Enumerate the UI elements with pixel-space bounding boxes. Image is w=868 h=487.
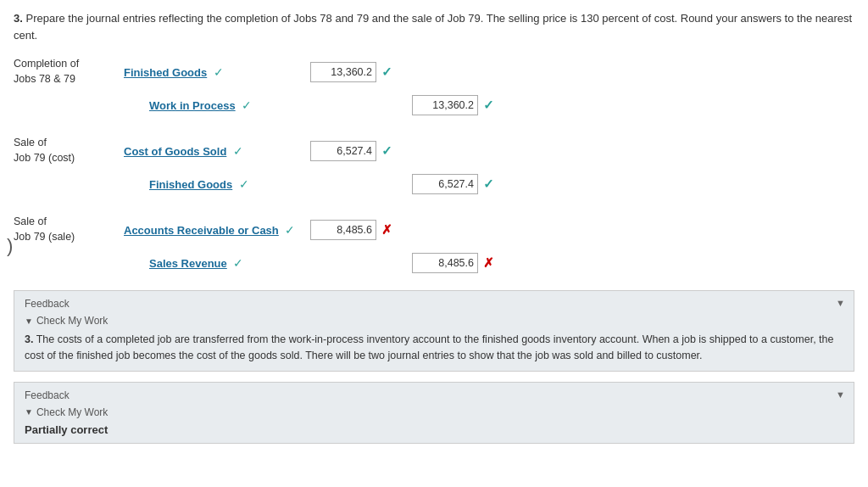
- section-sale-sale: ) Sale ofJob 79 (sale) Accounts Receivab…: [14, 215, 854, 277]
- question-number: 3.: [14, 12, 23, 25]
- feedback-label-2: Feedback: [25, 389, 843, 401]
- debit-input[interactable]: [310, 220, 376, 240]
- entry-row: Sale ofJob 79 (cost) Cost of Goods Sold …: [14, 136, 854, 165]
- section-label: Sale ofJob 79 (sale): [14, 215, 124, 244]
- section-sale-cost: Sale ofJob 79 (cost) Cost of Goods Sold …: [14, 136, 854, 198]
- check-my-work-1[interactable]: ▼ Check My Work: [25, 315, 843, 327]
- entry-row: Sale ofJob 79 (sale) Accounts Receivable…: [14, 215, 854, 244]
- feedback-label-1: Feedback: [25, 298, 843, 310]
- dropdown-arrow-icon[interactable]: ▼: [836, 298, 845, 308]
- credit-cell: ✗: [412, 253, 514, 273]
- dropdown-arrow-icon-2[interactable]: ▼: [836, 389, 845, 400]
- account-check: ✓: [285, 223, 295, 237]
- triangle-icon-2: ▼: [25, 407, 33, 417]
- account-check: ✓: [214, 65, 224, 79]
- account-name: Accounts Receivable or Cash ✓: [124, 223, 310, 237]
- entry-row: Finished Goods ✓ ✓: [14, 171, 854, 198]
- debit-input[interactable]: [310, 141, 376, 161]
- triangle-icon: ▼: [25, 316, 33, 326]
- debit-input[interactable]: [310, 62, 376, 82]
- feedback-box-2: Feedback ▼ ▼ Check My Work Partially cor…: [14, 382, 854, 444]
- account-name: Cost of Goods Sold ✓: [124, 144, 310, 158]
- journal-table: Completion ofJobs 78 & 79 Finished Goods…: [14, 57, 854, 277]
- account-check: ✓: [242, 98, 252, 112]
- credit-status-icon: ✓: [483, 98, 494, 113]
- debit-status-icon: ✗: [381, 222, 392, 238]
- credit-input[interactable]: [412, 253, 478, 273]
- question-text: 3. Prepare the journal entries reflectin…: [14, 10, 854, 43]
- bracket-icon: ): [7, 235, 13, 257]
- credit-status-icon: ✗: [483, 255, 494, 271]
- credit-input[interactable]: [412, 174, 478, 194]
- credit-cell: ✓: [412, 95, 514, 115]
- feedback-content-1: 3. The costs of a completed job are tran…: [25, 332, 843, 364]
- entry-row: Completion ofJobs 78 & 79 Finished Goods…: [14, 57, 854, 87]
- debit-status-icon: ✓: [381, 64, 392, 80]
- section-label: Completion ofJobs 78 & 79: [14, 57, 124, 87]
- account-check: ✓: [233, 144, 243, 158]
- debit-cell: ✓: [310, 62, 412, 82]
- partially-correct-label: Partially correct: [25, 423, 843, 436]
- account-name: Work in Process ✓: [124, 98, 310, 112]
- credit-cell: ✓: [412, 174, 514, 194]
- debit-cell: ✗: [310, 220, 412, 240]
- account-check: ✓: [239, 177, 249, 191]
- section-completion: Completion ofJobs 78 & 79 Finished Goods…: [14, 57, 854, 119]
- section-label: Sale ofJob 79 (cost): [14, 136, 124, 165]
- account-check: ✓: [233, 256, 243, 270]
- debit-status-icon: ✓: [381, 143, 392, 159]
- account-name: Finished Goods ✓: [124, 65, 310, 79]
- entry-row: Sales Revenue ✓ ✗: [14, 249, 854, 277]
- account-name: Finished Goods ✓: [124, 177, 310, 191]
- entry-row: Work in Process ✓ ✓: [14, 92, 854, 119]
- check-my-work-2[interactable]: ▼ Check My Work: [25, 406, 843, 418]
- question-body: Prepare the journal entries reflecting t…: [14, 12, 852, 42]
- feedback-box-1: Feedback ▼ ▼ Check My Work 3. The costs …: [14, 290, 854, 372]
- account-name: Sales Revenue ✓: [124, 256, 310, 270]
- credit-status-icon: ✓: [483, 176, 494, 192]
- credit-input[interactable]: [412, 95, 478, 115]
- debit-cell: ✓: [310, 141, 412, 161]
